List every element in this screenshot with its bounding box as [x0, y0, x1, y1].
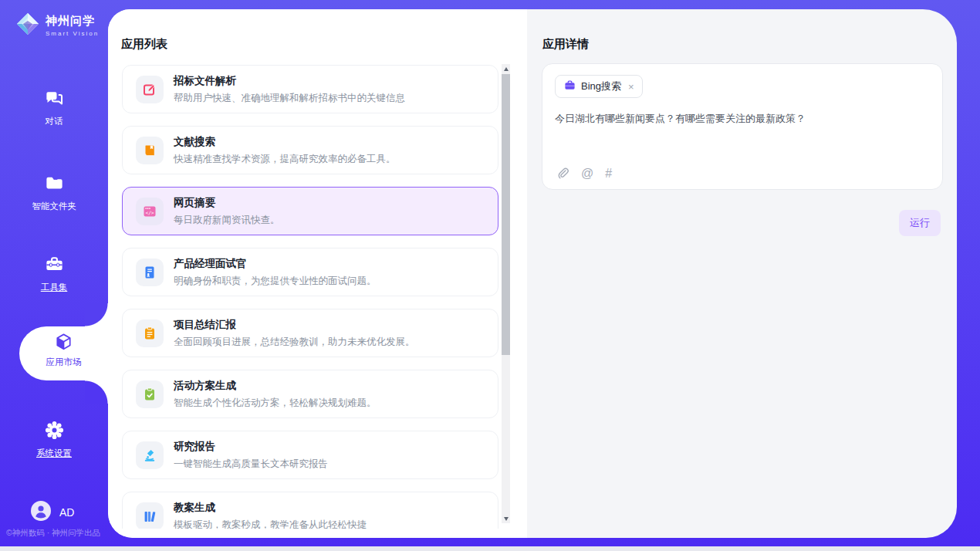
app-card-desc: 帮助用户快速、准确地理解和解析招标书中的关键信息	[174, 92, 405, 105]
app-card-title: 活动方案生成	[174, 379, 377, 393]
user-account[interactable]: AD	[31, 501, 74, 524]
user-initials: AD	[59, 506, 74, 519]
app-card-title: 招标文件解析	[174, 74, 405, 88]
svg-text:</>: </>	[145, 210, 154, 215]
app-card-title: 教案生成	[174, 501, 367, 515]
chat-icon	[44, 98, 65, 111]
app-card[interactable]: 活动方案生成 智能生成个性化活动方案，轻松解决规划难题。	[122, 370, 498, 418]
gear-icon	[44, 430, 65, 443]
app-card-title: 文献搜索	[174, 135, 396, 149]
scrollbar-thumb[interactable]	[502, 74, 510, 355]
app-frame: 神州问学 Smart Vision 对话 智能文件夹	[0, 0, 980, 546]
book-icon	[136, 137, 164, 164]
app-card[interactable]: </> 网页摘要 每日政府新闻资讯快查。	[122, 187, 498, 235]
sidebar: 神州问学 Smart Vision 对话 智能文件夹	[0, 0, 108, 546]
sidebar-item-label: 系统设置	[0, 448, 108, 459]
app-card-desc: 快速精准查找学术资源，提高研究效率的必备工具。	[174, 153, 396, 166]
input-toolbar: @ #	[556, 167, 612, 180]
close-icon[interactable]: ×	[628, 81, 634, 93]
microscope-icon	[136, 441, 164, 469]
main-content: 应用列表 招标文件解析 帮助用户快速、准确地理解和解析招标书中的关键信息	[108, 9, 957, 538]
scroll-down-arrow[interactable]	[502, 514, 510, 523]
brand-title: 神州问学	[46, 14, 99, 29]
app-detail-title: 应用详情	[542, 37, 589, 52]
prompt-input[interactable]: 今日湖北有哪些新闻要点？有哪些需要关注的最新政策？	[555, 112, 930, 157]
app-card-desc: 明确身份和职责，为您提供专业性的面试问题。	[174, 275, 377, 288]
clipboard-icon	[136, 319, 164, 347]
sidebar-item-settings[interactable]: 系统设置	[0, 420, 108, 459]
app-card-desc: 一键智能生成高质量长文本研究报告	[174, 458, 328, 471]
app-card[interactable]: 招标文件解析 帮助用户快速、准确地理解和解析招标书中的关键信息	[122, 65, 498, 113]
sidebar-item-app-market[interactable]: 应用市场	[19, 326, 108, 380]
app-card[interactable]: 文献搜索 快速精准查找学术资源，提高研究效率的必备工具。	[122, 126, 498, 174]
app-detail-panel: 应用详情 Bing搜索 × 今日湖北有哪些新闻要点？有哪些需要关注的最新政策？	[527, 9, 957, 538]
attachment-icon[interactable]	[556, 167, 569, 180]
app-card-title: 项目总结汇报	[174, 318, 415, 332]
app-card-desc: 模板驱动，教案秒成，教学准备从此轻松快捷	[174, 519, 367, 529]
app-card-desc: 智能生成个性化活动方案，轻松解决规划难题。	[174, 397, 377, 410]
scroll-up-arrow[interactable]	[502, 64, 510, 73]
sidebar-item-toolset[interactable]: 工具集	[0, 254, 108, 293]
active-bubble-curve-bottom	[85, 380, 108, 404]
app-card[interactable]: 研究报告 一键智能生成高质量长文本研究报告	[122, 431, 498, 479]
brand-subtitle: Smart Vision	[46, 30, 99, 37]
sidebar-item-smart-folder[interactable]: 智能文件夹	[0, 173, 108, 212]
app-card[interactable]: 项目总结汇报 全面回顾项目进展，总结经验教训，助力未来优化发展。	[122, 309, 498, 357]
app-list-panel: 应用列表 招标文件解析 帮助用户快速、准确地理解和解析招标书中的关键信息	[108, 9, 527, 538]
hash-icon[interactable]: #	[605, 167, 612, 180]
avatar	[31, 501, 51, 524]
app-card-title: 产品经理面试官	[174, 257, 377, 271]
copyright-text: ©神州数码 · 神州问学出品	[6, 528, 114, 539]
clipboard-check-icon	[136, 380, 164, 408]
resume-icon	[136, 259, 164, 286]
app-card-title: 网页摘要	[174, 196, 280, 210]
app-card[interactable]: 产品经理面试官 明确身份和职责，为您提供专业性的面试问题。	[122, 248, 498, 296]
run-button[interactable]: 运行	[899, 210, 941, 236]
folder-icon	[44, 183, 65, 196]
tool-tag-label: Bing搜索	[581, 79, 621, 93]
app-card[interactable]: 教案生成 模板驱动，教案秒成，教学准备从此轻松快捷	[122, 492, 498, 529]
briefcase-icon	[564, 79, 576, 94]
sidebar-item-label: 智能文件夹	[0, 201, 108, 212]
prompt-card: Bing搜索 × 今日湖北有哪些新闻要点？有哪些需要关注的最新政策？ @ #	[542, 63, 943, 190]
sidebar-item-chat[interactable]: 对话	[0, 88, 108, 127]
app-list-title: 应用列表	[121, 37, 167, 52]
brand-logo: 神州问学 Smart Vision	[15, 12, 99, 39]
cube-icon	[53, 342, 74, 355]
list-scrollbar	[502, 64, 510, 523]
sidebar-item-label: 工具集	[0, 282, 108, 293]
books-icon	[136, 502, 164, 529]
browser-code-icon: </>	[136, 198, 164, 225]
app-card-list: 招标文件解析 帮助用户快速、准确地理解和解析招标书中的关键信息 文献搜索 快速精…	[122, 65, 498, 529]
mention-icon[interactable]: @	[581, 167, 593, 180]
sidebar-item-label: 应用市场	[19, 357, 108, 368]
tool-tag-bing-search[interactable]: Bing搜索 ×	[555, 75, 643, 98]
edit-square-icon	[136, 76, 164, 103]
active-bubble-curve-top	[85, 303, 108, 326]
gem-logo-icon	[15, 12, 40, 39]
app-card-title: 研究报告	[174, 440, 328, 454]
sidebar-item-label: 对话	[0, 116, 108, 127]
app-card-desc: 每日政府新闻资讯快查。	[174, 214, 280, 227]
toolbox-icon	[44, 264, 65, 277]
app-card-desc: 全面回顾项目进展，总结经验教训，助力未来优化发展。	[174, 336, 415, 349]
